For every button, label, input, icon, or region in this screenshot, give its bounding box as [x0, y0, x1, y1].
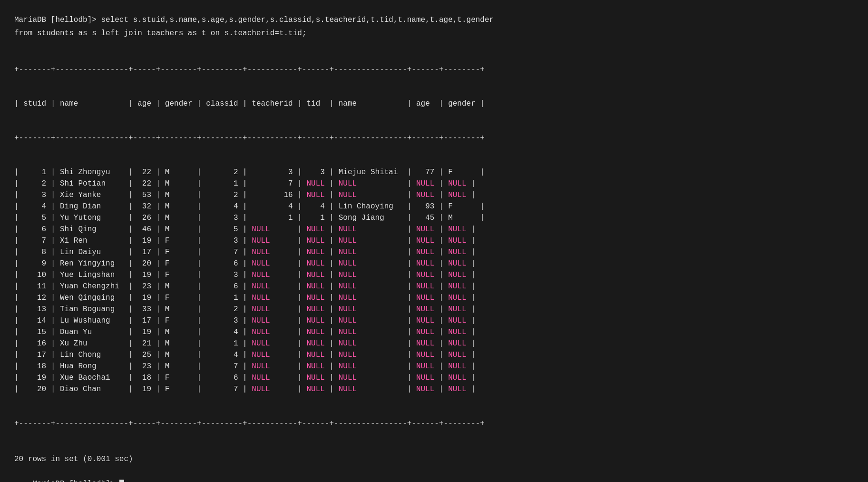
- table-header: | stuid | name | age | gender | classid …: [14, 98, 854, 109]
- table-row: | 20 | Diao Chan | 19 | F | 7 | NULL | N…: [14, 384, 854, 395]
- table-row: | 2 | Shi Potian | 22 | M | 1 | 7 | NULL…: [14, 178, 854, 189]
- table-row: | 18 | Hua Rong | 23 | M | 7 | NULL | NU…: [14, 361, 854, 372]
- table-row: | 7 | Xi Ren | 19 | F | 3 | NULL | NULL …: [14, 235, 854, 246]
- table-row: | 13 | Tian Boguang | 33 | M | 2 | NULL …: [14, 304, 854, 315]
- table-row: | 19 | Xue Baochai | 18 | F | 6 | NULL |…: [14, 372, 854, 384]
- table-row: | 15 | Duan Yu | 19 | M | 4 | NULL | NUL…: [14, 326, 854, 338]
- row-count: 20 rows in set (0.001 sec): [14, 455, 854, 463]
- table-row: | 12 | Wen Qingqing | 19 | F | 1 | NULL …: [14, 292, 854, 304]
- table-row: | 10 | Yue Lingshan | 19 | F | 3 | NULL …: [14, 269, 854, 281]
- table-row: | 14 | Lu Wushuang | 17 | F | 3 | NULL |…: [14, 315, 854, 326]
- terminal: MariaDB [hellodb]> select s.stuid,s.name…: [10, 10, 858, 482]
- table-row: | 6 | Shi Qing | 46 | M | 5 | NULL | NUL…: [14, 224, 854, 235]
- table-row: | 4 | Ding Dian | 32 | M | 4 | 4 | 4 | L…: [14, 201, 854, 212]
- table-row: | 17 | Lin Chong | 25 | M | 4 | NULL | N…: [14, 349, 854, 361]
- bottom-prompt: MariaDB [hellodb]>: [14, 471, 854, 482]
- table-row: | 9 | Ren Yingying | 20 | F | 6 | NULL |…: [14, 258, 854, 269]
- query-result-table: +-------+----------------+-----+--------…: [14, 41, 854, 452]
- table-row: | 3 | Xie Yanke | 53 | M | 2 | 16 | NULL…: [14, 189, 854, 201]
- command-line-1: MariaDB [hellodb]> select s.stuid,s.name…: [14, 14, 854, 26]
- separator-header: +-------+----------------+-----+--------…: [14, 132, 854, 144]
- separator-top: +-------+----------------+-----+--------…: [14, 64, 854, 75]
- command-line-2: from students as s left join teachers as…: [14, 28, 854, 39]
- table-body: | 1 | Shi Zhongyu | 22 | M | 2 | 3 | 3 |…: [14, 167, 854, 395]
- cursor: [119, 480, 124, 482]
- table-row: | 1 | Shi Zhongyu | 22 | M | 2 | 3 | 3 |…: [14, 167, 854, 178]
- table-row: | 11 | Yuan Chengzhi | 23 | M | 6 | NULL…: [14, 281, 854, 292]
- table-row: | 5 | Yu Yutong | 26 | M | 3 | 1 | 1 | S…: [14, 212, 854, 224]
- separator-bottom: +-------+----------------+-----+--------…: [14, 418, 854, 429]
- table-row: | 16 | Xu Zhu | 21 | M | 1 | NULL | NULL…: [14, 338, 854, 349]
- table-row: | 8 | Lin Daiyu | 17 | F | 7 | NULL | NU…: [14, 246, 854, 258]
